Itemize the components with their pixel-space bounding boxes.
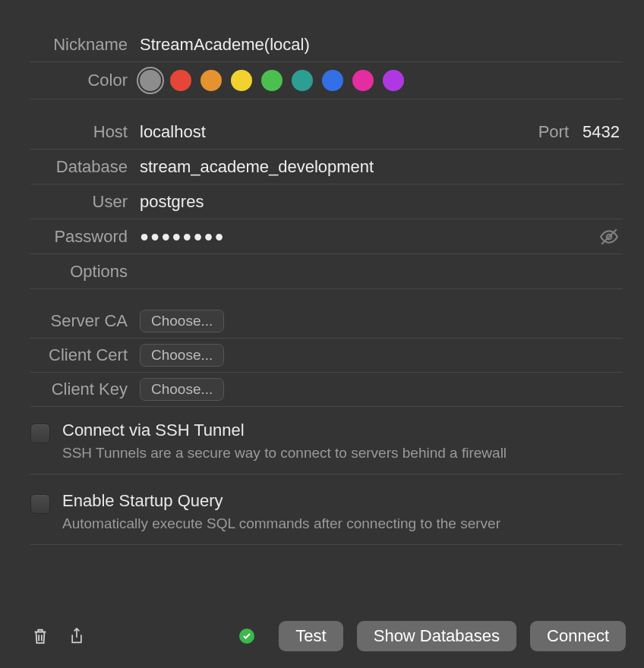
password-label: Password	[30, 227, 140, 247]
show-databases-button[interactable]: Show Databases	[357, 621, 516, 651]
server-ca-row: Server CA Choose...	[30, 304, 623, 339]
port-input[interactable]: 5432	[582, 122, 620, 142]
color-swatch-pink[interactable]	[352, 70, 374, 91]
client-cert-row: Client Cert Choose...	[30, 339, 623, 373]
connect-button[interactable]: Connect	[530, 621, 626, 651]
host-input[interactable]	[140, 122, 538, 142]
user-row: User	[30, 184, 623, 219]
startup-query-desc: Automatically execute SQL commands after…	[62, 515, 500, 532]
password-input[interactable]: ●●●●●●●●	[140, 228, 598, 245]
ssh-tunnel-block: Connect via SSH Tunnel SSH Tunnels are a…	[30, 407, 623, 477]
host-row: Host Port 5432	[30, 115, 623, 150]
nickname-label: Nickname	[30, 35, 140, 55]
color-swatch-gray[interactable]	[140, 70, 161, 91]
database-row: Database	[30, 150, 623, 184]
startup-query-checkbox[interactable]	[30, 494, 50, 514]
trash-icon[interactable]	[30, 625, 50, 647]
startup-query-block: Enable Startup Query Automatically execu…	[30, 477, 623, 548]
client-key-row: Client Key Choose...	[30, 373, 623, 407]
password-row: Password ●●●●●●●●	[30, 219, 623, 254]
share-icon[interactable]	[67, 625, 87, 647]
test-button[interactable]: Test	[279, 621, 343, 651]
connection-settings-panel: Nickname Color Host Port 5432 Database U…	[0, 0, 644, 548]
database-input[interactable]	[140, 157, 623, 177]
user-input[interactable]	[140, 192, 623, 212]
client-cert-choose-button[interactable]: Choose...	[140, 344, 224, 367]
client-key-choose-button[interactable]: Choose...	[140, 378, 224, 401]
client-cert-label: Client Cert	[30, 345, 140, 365]
ssh-tunnel-checkbox[interactable]	[30, 424, 50, 443]
startup-query-title: Enable Startup Query	[62, 491, 500, 511]
server-ca-choose-button[interactable]: Choose...	[140, 310, 224, 332]
ssh-tunnel-title: Connect via SSH Tunnel	[62, 421, 507, 440]
color-swatch-purple[interactable]	[383, 70, 404, 91]
status-ok-icon	[239, 629, 254, 644]
color-swatch-red[interactable]	[170, 70, 191, 91]
host-label: Host	[30, 122, 140, 142]
database-label: Database	[30, 157, 140, 177]
ssh-tunnel-desc: SSH Tunnels are a secure way to connect …	[62, 445, 507, 462]
options-input[interactable]	[140, 262, 623, 282]
server-ca-label: Server CA	[30, 311, 140, 331]
color-swatches	[140, 67, 404, 94]
options-label: Options	[30, 262, 140, 282]
color-row: Color	[30, 62, 623, 99]
color-swatch-green[interactable]	[261, 70, 283, 91]
port-label: Port	[538, 122, 569, 142]
options-row: Options	[30, 254, 623, 289]
nickname-input[interactable]	[140, 35, 623, 55]
color-swatch-orange[interactable]	[200, 70, 222, 91]
color-swatch-yellow[interactable]	[231, 70, 252, 91]
color-swatch-blue[interactable]	[322, 70, 343, 91]
client-key-label: Client Key	[30, 380, 140, 399]
color-swatch-teal[interactable]	[292, 70, 313, 91]
footer-bar: Test Show Databases Connect	[0, 607, 644, 668]
color-label: Color	[30, 71, 140, 90]
toggle-password-visibility-icon[interactable]	[598, 226, 620, 247]
user-label: User	[30, 192, 140, 212]
nickname-row: Nickname	[30, 27, 623, 62]
